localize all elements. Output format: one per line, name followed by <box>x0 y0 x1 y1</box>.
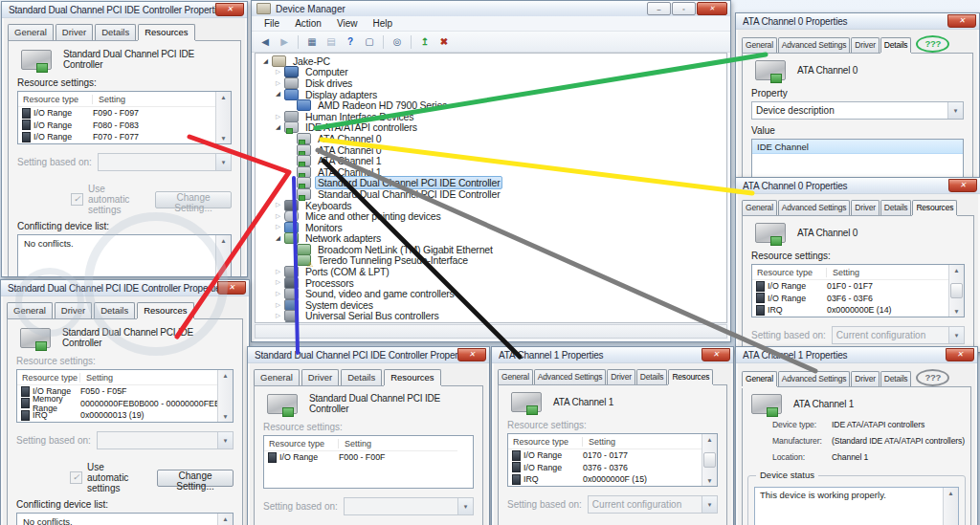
scroll-up-icon[interactable]: ▲ <box>222 372 228 379</box>
scrollbar-thumb[interactable] <box>950 283 963 298</box>
conflicting-device-list[interactable]: No conflicts. ▲ ▼ <box>16 513 234 525</box>
menu-view[interactable]: View <box>329 17 366 30</box>
dialog-titlebar[interactable]: Standard Dual Channel PCI IDE Controller… <box>248 347 489 363</box>
tree-item-ata-channel-0-b[interactable]: ATA Channel 0 <box>256 144 726 156</box>
resource-row[interactable]: Memory Range 00000000FEB0B000 - 00000000… <box>17 398 217 410</box>
export-list-icon[interactable]: ▤ <box>323 33 340 50</box>
tab-driver[interactable]: Driver <box>55 302 92 318</box>
tab-advanced-settings[interactable]: Advanced Settings <box>778 371 850 386</box>
scroll-up-icon[interactable]: ▲ <box>220 237 226 244</box>
tab-resources[interactable]: Resources <box>384 369 440 385</box>
resource-row[interactable]: I/O Range 03F6 - 03F6 <box>752 293 948 305</box>
tree-item-std-dual-channel-b[interactable]: Standard Dual Channel PCI IDE Controller <box>256 188 726 200</box>
tab-details[interactable]: Details <box>880 371 912 386</box>
resource-row[interactable]: IRQ 0x0000000E (14) <box>752 304 948 317</box>
tree-item-sound[interactable]: Sound, video and game controllers <box>256 288 726 299</box>
close-button[interactable]: ✕ <box>457 348 486 361</box>
resource-row[interactable]: I/O Range F070 - F077 <box>18 131 215 143</box>
tab-general[interactable]: General <box>742 200 777 215</box>
toolbar-separator[interactable] <box>383 35 384 49</box>
tree-item-disk-drives[interactable]: Disk drives <box>256 77 726 89</box>
tab-advanced-settings[interactable]: Advanced Settings <box>778 37 850 53</box>
tree-item-mice[interactable]: Mice and other pointing devices <box>256 210 726 222</box>
scrollbar[interactable]: ▲ ▼ <box>217 514 233 525</box>
close-button[interactable]: ✕ <box>948 179 977 192</box>
tab-general[interactable]: General <box>742 371 777 386</box>
tab-resources[interactable]: Resources <box>137 302 193 318</box>
close-button[interactable]: ✕ <box>946 348 974 361</box>
tree-item-human-interface-devices[interactable]: Human Interface Devices <box>256 111 726 122</box>
setting-based-on-combo[interactable]: Current configuration ▾ <box>832 326 965 344</box>
tab-general[interactable]: General <box>8 24 54 40</box>
tree-item-system-devices[interactable]: System devices <box>256 299 726 311</box>
use-automatic-settings-checkbox[interactable]: ✓ <box>70 471 82 484</box>
scroll-up-icon[interactable]: ▲ <box>953 267 959 273</box>
tab-resources[interactable]: Resources <box>138 24 194 40</box>
scroll-down-icon[interactable]: ▼ <box>706 477 712 484</box>
conflicting-device-list[interactable]: No conflicts. ▲ ▼ <box>17 234 232 277</box>
scroll-up-icon[interactable]: ▲ <box>220 94 226 100</box>
close-button[interactable]: ✕ <box>215 3 244 16</box>
expander-icon[interactable] <box>273 224 283 230</box>
tree-item-amd-radeon[interactable]: AMD Radeon HD 7900 Series <box>256 99 726 111</box>
close-button[interactable]: ✕ <box>217 281 246 295</box>
tab-driver[interactable]: Driver <box>301 369 339 385</box>
expander-icon[interactable] <box>273 114 283 120</box>
help-icon[interactable]: ? <box>342 33 359 50</box>
tab-general[interactable]: General <box>742 37 777 53</box>
change-setting-button[interactable]: Change Setting... <box>157 470 234 487</box>
dialog-titlebar[interactable]: Standard Dual Channel PCI IDE Controller… <box>2 2 247 18</box>
tab-details[interactable]: Details <box>880 37 912 53</box>
resource-row[interactable]: IRQ 0x0000000F (15) <box>508 473 702 486</box>
update-driver-icon[interactable]: ↥ <box>416 33 434 50</box>
dialog-titlebar[interactable]: ATA Channel 0 Properties ✕ <box>736 13 979 30</box>
tab-general[interactable]: General <box>7 302 53 318</box>
tab-driver[interactable]: Driver <box>851 200 879 215</box>
resource-row[interactable]: I/O Range 0170 - 0177 <box>508 449 702 462</box>
expander-icon[interactable] <box>273 91 283 98</box>
close-button[interactable]: ✕ <box>697 2 727 15</box>
device-status-box[interactable]: This device is working properly. ▲ ▼ <box>754 487 959 525</box>
console-tree-icon[interactable]: ▦ <box>303 33 321 50</box>
setting-based-on-combo[interactable]: ▾ <box>98 153 232 171</box>
expander-icon[interactable] <box>273 313 283 319</box>
expander-icon[interactable] <box>273 69 283 76</box>
tab-driver[interactable]: Driver <box>607 369 635 384</box>
setting-based-on-combo[interactable]: ▾ <box>344 497 474 515</box>
menu-action[interactable]: Action <box>287 17 329 30</box>
scrollbar[interactable]: ▲ ▼ <box>217 370 233 422</box>
menu-help[interactable]: Help <box>365 17 400 30</box>
scrollbar[interactable]: ▲ ▼ <box>702 434 717 486</box>
expander-icon[interactable] <box>273 80 283 87</box>
forward-icon[interactable]: ▶ <box>276 33 293 50</box>
scroll-up-icon[interactable]: ▲ <box>222 515 228 522</box>
scroll-down-icon[interactable]: ▼ <box>222 413 228 420</box>
dialog-titlebar[interactable]: ATA Channel 1 Properties ✕ <box>492 347 733 363</box>
tree-item-std-dual-channel-a[interactable]: Standard Dual Channel PCI IDE Controller <box>256 178 726 189</box>
setting-based-on-combo[interactable]: Current configuration ▾ <box>588 495 718 514</box>
scrollbar[interactable]: ▲ ▼ <box>943 488 958 525</box>
scrollbar-thumb[interactable] <box>703 452 716 468</box>
toolbar-separator[interactable] <box>411 35 412 49</box>
scan-hardware-changes-icon[interactable]: ◎ <box>389 33 406 50</box>
tab-resources[interactable]: Resources <box>668 369 713 384</box>
tab-general[interactable]: General <box>498 369 533 384</box>
tree-item-processors[interactable]: Processors <box>256 277 726 289</box>
expander-icon[interactable] <box>273 213 283 220</box>
expander-icon[interactable] <box>273 124 283 131</box>
tree-item-network-adapters[interactable]: Network adapters <box>256 233 726 245</box>
dialog-titlebar[interactable]: Standard Dual Channel PCI IDE Controller… <box>1 280 249 296</box>
scroll-down-icon[interactable]: ▼ <box>953 308 959 315</box>
tab-unknown[interactable]: ??? <box>916 369 949 386</box>
back-icon[interactable]: ◀ <box>256 33 274 50</box>
tree-item-ide-controllers[interactable]: IDE ATA/ATAPI controllers <box>256 122 726 134</box>
device-manager-titlebar[interactable]: Device Manager – ▫ ✕ <box>252 1 730 16</box>
resource-row[interactable]: I/O Range 0376 - 0376 <box>508 462 702 474</box>
scroll-down-icon[interactable]: ▼ <box>220 135 226 142</box>
uninstall-icon[interactable]: ✖ <box>435 33 453 50</box>
use-automatic-settings-checkbox[interactable]: ✓ <box>71 193 83 206</box>
properties-icon[interactable]: ▢ <box>361 33 378 50</box>
expander-icon[interactable] <box>273 269 283 275</box>
scrollbar[interactable]: ▲ ▼ <box>215 92 231 143</box>
value-item[interactable]: IDE Channel <box>752 140 963 154</box>
